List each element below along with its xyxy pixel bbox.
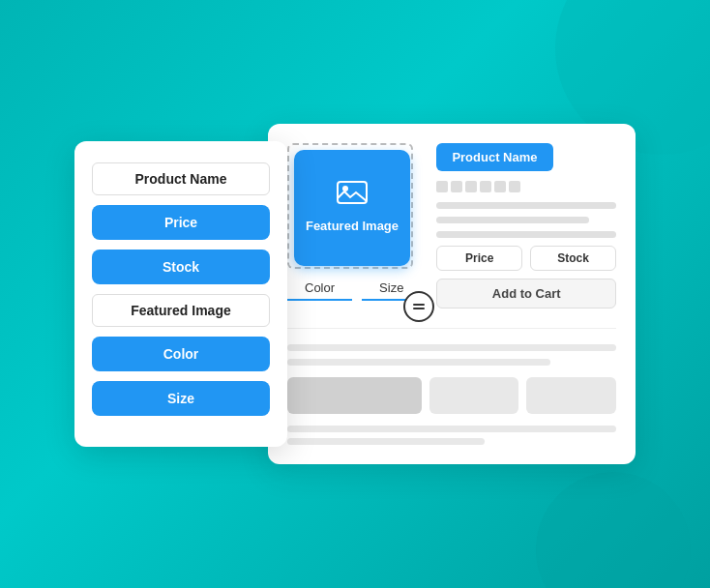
size-button[interactable]: Size xyxy=(92,381,270,416)
featured-image-card[interactable]: Featured Image xyxy=(294,150,410,266)
add-to-cart-button[interactable]: Add to Cart xyxy=(436,279,616,309)
product-name-label: Product Name xyxy=(92,162,270,195)
svg-rect-3 xyxy=(413,308,425,309)
featured-image-label: Featured Image xyxy=(92,294,270,327)
star-5 xyxy=(494,181,506,192)
product-name-button[interactable]: Product Name xyxy=(436,143,552,171)
product-bottom xyxy=(287,328,616,445)
bottom-skel-4 xyxy=(287,438,485,445)
svg-rect-2 xyxy=(413,304,425,306)
bottom-cards-row xyxy=(287,377,616,414)
stock-button[interactable]: Stock xyxy=(92,250,270,284)
desc-skeleton-2 xyxy=(436,217,589,223)
featured-image-wrapper: Featured Image Color Size xyxy=(287,143,421,309)
star-3 xyxy=(465,181,477,192)
bottom-skel-3 xyxy=(287,426,616,432)
star-4 xyxy=(480,181,491,192)
bottom-skel-2 xyxy=(287,359,550,366)
featured-image-card-label: Featured Image xyxy=(306,219,399,235)
price-stock-row: Price Stock xyxy=(436,246,616,271)
rating-stars xyxy=(436,181,616,192)
bottom-text-rows xyxy=(287,426,616,445)
sidebar-item-color[interactable]: Color xyxy=(92,337,270,371)
bottom-skel-1 xyxy=(287,344,616,351)
color-tab[interactable]: Color xyxy=(287,277,352,301)
star-1 xyxy=(436,181,448,192)
bottom-card-1 xyxy=(287,377,422,414)
product-info: Product Name Price Stock Add to Cart xyxy=(436,143,616,309)
star-6 xyxy=(509,181,520,192)
product-panel: Featured Image Color Size Product Name xyxy=(268,124,636,464)
featured-image-drop-zone[interactable]: Featured Image xyxy=(287,143,413,269)
product-layout: Featured Image Color Size Product Name xyxy=(287,143,616,309)
stock-box[interactable]: Stock xyxy=(530,246,616,271)
drag-handle[interactable] xyxy=(403,291,434,322)
svg-rect-0 xyxy=(338,182,367,203)
image-icon xyxy=(337,181,368,215)
price-box[interactable]: Price xyxy=(436,246,522,271)
color-size-row: Color Size xyxy=(287,277,421,301)
svg-point-1 xyxy=(342,186,348,191)
scene-container: Product Name Price Stock Featured Image … xyxy=(29,29,681,559)
desc-skeleton-3 xyxy=(436,231,616,238)
bottom-card-2 xyxy=(429,377,519,414)
sidebar-item-featured-image: Featured Image xyxy=(92,294,270,327)
sidebar-item-price[interactable]: Price xyxy=(92,205,270,240)
sidebar-item-stock[interactable]: Stock xyxy=(92,250,270,284)
sidebar-panel: Product Name Price Stock Featured Image … xyxy=(74,141,287,447)
star-2 xyxy=(451,181,462,192)
desc-skeleton-1 xyxy=(436,202,616,209)
sidebar-item-product-name: Product Name xyxy=(92,162,270,195)
price-button[interactable]: Price xyxy=(92,205,270,240)
bottom-card-3 xyxy=(526,377,616,414)
sidebar-item-size[interactable]: Size xyxy=(92,381,270,416)
color-button[interactable]: Color xyxy=(92,337,270,371)
